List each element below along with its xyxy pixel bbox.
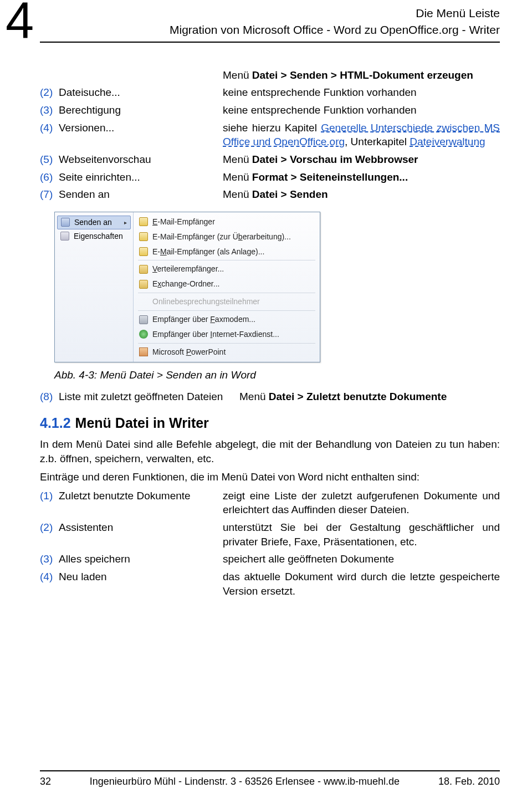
page-footer: 32 Ingenieurbüro Mühl - Lindenstr. 3 - 6… [40,770,500,788]
figure-right-pane: E-Mail-EmpfängerE-Mail-Empfänger (zur Üb… [134,212,320,362]
menu-item: Onlinebesprechungsteilnehmer [134,294,320,309]
chapter-number: 4 [6,0,34,41]
section-heading: 4.1.2Menü Datei in Writer [40,414,500,433]
map-row-6: (6)Seite einrichten... Menü Format > Sei… [40,170,500,185]
menu-icon [139,280,148,289]
content-area: Menü Datei > Senden > HTML-Dokument erze… [40,68,500,598]
page-header: Die Menü Leiste Migration von Microsoft … [40,0,500,43]
separator [138,343,315,344]
menu-icon [139,217,148,226]
menu-item[interactable]: Microsoft PowerPoint [134,345,320,360]
header-subtitle: Migration von Microsoft Office - Word zu… [40,22,500,42]
link-dateiverwaltung[interactable]: Dateiverwaltung [410,136,485,147]
list-row: (3)Alles speichernspeichert alle geöffne… [40,552,500,566]
figure-left-pane: Senden an▸Eigenschaften [55,212,134,362]
page-number: 32 [40,775,51,788]
menu-item[interactable]: Exchange-Ordner... [134,277,320,291]
list-row: (1)Zuletzt benutzte Dokumentezeigt eine … [40,489,500,517]
separator [138,260,315,260]
section-p2: Einträge und deren Funktionen, die im Me… [40,470,500,484]
footer-center: Ingenieurbüro Mühl - Lindenstr. 3 - 6352… [90,775,400,788]
header-title: Die Menü Leiste [40,6,500,21]
menu-icon [139,330,148,339]
menu-icon [139,247,148,256]
menu-item[interactable]: E-Mail-Empfänger (zur Überarbeitung)... [134,229,320,244]
separator [138,310,315,311]
list-row: (2)Assistentenunterstützt Sie bei der Ge… [40,520,500,549]
intro-text: Menü Datei > Senden > HTML-Dokument erze… [223,68,500,83]
intro-row: Menü Datei > Senden > HTML-Dokument erze… [40,68,500,83]
figure-caption: Abb. 4-3: Menü Datei > Senden an in Word [54,368,500,382]
menu-left-item[interactable]: Eigenschaften [55,229,133,243]
map-row-8: (8)Liste mit zuletzt geöffneten Dateien … [40,390,500,404]
menu-item[interactable]: Verteilerempfänger... [134,262,320,277]
map-row-7: (7)Senden an Menü Datei > Senden [40,187,500,202]
section-p1: In dem Menü Datei sind alle Befehle abge… [40,437,500,466]
map-row-4: (4)Versionen... siehe hierzu Kapitel Gen… [40,121,500,149]
menu-item[interactable]: E-Mail-Empfänger [134,214,320,229]
menu-icon [139,347,148,356]
menu-item[interactable]: E-Mail-Empfänger (als Anlage)... [134,244,320,259]
menu-item[interactable]: Empfänger über Internet-Faxdienst... [134,327,320,342]
menu-icon [139,315,148,324]
menu-icon [139,232,148,241]
menu-icon [60,232,69,241]
chevron-right-icon: ▸ [124,219,127,227]
menu-icon [61,218,70,227]
menu-icon [139,265,148,274]
menu-item[interactable]: Empfänger über Faxmodem... [134,312,320,327]
map-row-3: (3)Berechtigung keine entsprechende Funk… [40,103,500,117]
footer-date: 18. Feb. 2010 [438,775,500,788]
figure-word-menu: Senden an▸Eigenschaften E-Mail-Empfänger… [54,212,320,362]
menu-left-item[interactable]: Senden an▸ [57,216,131,229]
separator [138,293,315,293]
map-row-5: (5)Webseitenvorschau Menü Datei > Vorsch… [40,152,500,167]
map-row-2: (2)Dateisuche... keine entsprechende Fun… [40,85,500,100]
list-row: (4)Neu ladendas aktuelle Dokument wird d… [40,570,500,598]
